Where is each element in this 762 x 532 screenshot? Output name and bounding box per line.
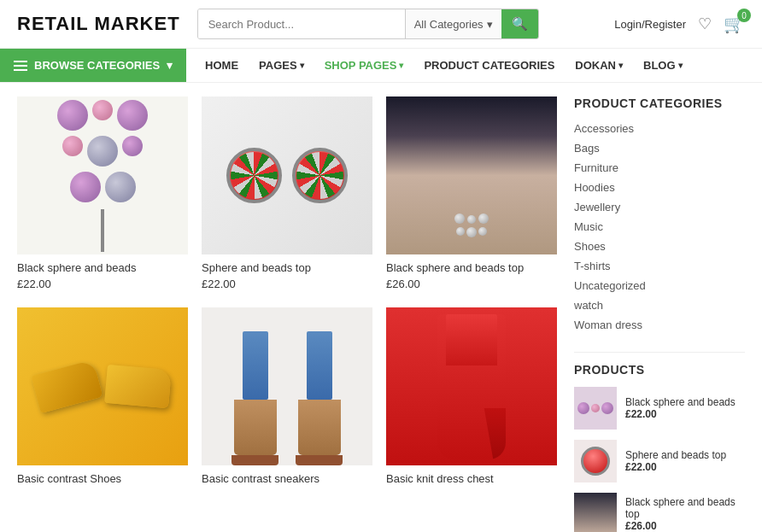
sidebar-product-1[interactable]: Sphere and beads top £22.00 <box>574 440 745 482</box>
search-input[interactable] <box>198 9 405 38</box>
category-bags[interactable]: Bags <box>574 138 745 158</box>
product-name-2: Black sphere and beads top <box>386 261 557 274</box>
product-card-0[interactable]: Black sphere and beads £22.00 <box>17 96 188 290</box>
chevron-down-icon: ▾ <box>487 18 493 31</box>
category-watch[interactable]: watch <box>574 295 745 315</box>
header-actions: Login/Register ♡ 🛒 0 <box>614 14 745 34</box>
sidebar-divider <box>574 352 745 353</box>
search-bar: All Categories ▾ 🔍 <box>197 9 539 39</box>
product-image-3 <box>17 307 188 465</box>
product-card-1[interactable]: Sphere and beads top £22.00 <box>202 96 372 290</box>
sidebar-thumb-0 <box>574 387 617 430</box>
product-name-3: Basic contrast Shoes <box>17 472 188 485</box>
category-woman-dress[interactable]: Woman dress <box>574 315 745 335</box>
product-image-1 <box>202 96 372 254</box>
product-name-5: Basic knit dress chest <box>386 472 557 485</box>
nav-menu: HOME PAGES ▾ SHOP PAGES ▾ PRODUCT CATEGO… <box>186 49 700 82</box>
product-name-1: Sphere and beads top <box>202 261 372 274</box>
category-label: All Categories <box>414 18 484 31</box>
site-logo[interactable]: RETAIL MARKET <box>17 13 180 35</box>
shop-pages-arrow-icon: ▾ <box>399 61 403 70</box>
products-grid: Black sphere and beads £22.00 <box>17 96 557 532</box>
sidebar-product-info-0: Black sphere and beads £22.00 <box>625 396 736 420</box>
login-link[interactable]: Login/Register <box>614 18 686 31</box>
sidebar-thumb-2 <box>574 493 617 532</box>
blog-arrow-icon: ▾ <box>678 61 683 70</box>
product-price-0: £22.00 <box>17 278 188 290</box>
sidebar-product-0[interactable]: Black sphere and beads £22.00 <box>574 387 745 430</box>
sidebar-product-price-1: £22.00 <box>625 461 726 473</box>
pages-arrow-icon: ▾ <box>300 61 304 70</box>
nav-bar: BROWSE CATEGORIES ▾ HOME PAGES ▾ SHOP PA… <box>0 49 762 83</box>
sidebar-product-info-1: Sphere and beads top £22.00 <box>625 449 726 473</box>
sidebar: PRODUCT CATEGORIES Accessories Bags Furn… <box>574 96 745 532</box>
category-shoes[interactable]: Shoes <box>574 237 745 256</box>
nav-home[interactable]: HOME <box>195 49 249 82</box>
category-uncategorized[interactable]: Uncategorized <box>574 276 745 295</box>
categories-list: Accessories Bags Furniture Hoodies Jewel… <box>574 119 745 335</box>
sidebar-product-price-2: £26.00 <box>625 520 745 532</box>
sidebar-products-title: PRODUCTS <box>574 363 745 377</box>
browse-label: BROWSE CATEGORIES <box>34 59 160 72</box>
browse-categories-button[interactable]: BROWSE CATEGORIES ▾ <box>0 49 186 82</box>
product-image-5 <box>386 307 557 465</box>
nav-pages[interactable]: PAGES ▾ <box>249 49 314 82</box>
product-price-1: £22.00 <box>202 278 372 290</box>
product-image-4 <box>202 307 372 465</box>
cart-badge: 0 <box>737 9 751 22</box>
product-image-2 <box>386 96 557 254</box>
product-name-4: Basic contrast sneakers <box>202 472 372 485</box>
nav-blog[interactable]: BLOG ▾ <box>633 49 693 82</box>
product-card-3[interactable]: Basic contrast Shoes <box>17 307 188 488</box>
sidebar-product-price-0: £22.00 <box>625 408 736 420</box>
main-content: Black sphere and beads £22.00 <box>0 83 762 532</box>
nav-product-categories[interactable]: PRODUCT CATEGORIES <box>413 49 565 82</box>
sidebar-thumb-1 <box>574 440 617 482</box>
nav-shop-pages[interactable]: SHOP PAGES ▾ <box>314 49 414 82</box>
dokan-arrow-icon: ▾ <box>618 61 623 70</box>
category-tshirts[interactable]: T-shirts <box>574 256 745 276</box>
categories-section-title: PRODUCT CATEGORIES <box>574 96 745 110</box>
header: RETAIL MARKET All Categories ▾ 🔍 Login/R… <box>0 0 762 49</box>
sidebar-product-name-2: Black sphere and beads top <box>625 496 745 520</box>
category-music[interactable]: Music <box>574 217 745 237</box>
cart-button[interactable]: 🛒 0 <box>724 14 745 34</box>
category-jewellery[interactable]: Jewellery <box>574 197 745 217</box>
sidebar-product-info-2: Black sphere and beads top £26.00 <box>625 496 745 532</box>
product-card-4[interactable]: Basic contrast sneakers <box>202 307 372 488</box>
category-furniture[interactable]: Furniture <box>574 158 745 178</box>
product-name-0: Black sphere and beads <box>17 261 188 274</box>
products-row-1: Black sphere and beads £22.00 <box>17 96 557 290</box>
product-image-0 <box>17 96 188 254</box>
browse-chevron-icon: ▾ <box>167 59 173 72</box>
hamburger-icon <box>14 61 27 71</box>
product-card-5[interactable]: Basic knit dress chest <box>386 307 557 488</box>
sidebar-product-2[interactable]: Black sphere and beads top £26.00 <box>574 493 745 532</box>
sidebar-product-name-1: Sphere and beads top <box>625 449 726 461</box>
search-button[interactable]: 🔍 <box>501 9 538 38</box>
nav-dokan[interactable]: DOKAN ▾ <box>565 49 633 82</box>
sidebar-product-name-0: Black sphere and beads <box>625 396 736 408</box>
product-price-2: £26.00 <box>386 278 557 290</box>
product-card-2[interactable]: Black sphere and beads top £26.00 <box>386 96 557 290</box>
wishlist-icon[interactable]: ♡ <box>698 15 712 33</box>
products-row-2: Basic contrast Shoes <box>17 307 557 488</box>
category-accessories[interactable]: Accessories <box>574 119 745 138</box>
category-hoodies[interactable]: Hoodies <box>574 178 745 197</box>
category-dropdown[interactable]: All Categories ▾ <box>405 9 501 38</box>
